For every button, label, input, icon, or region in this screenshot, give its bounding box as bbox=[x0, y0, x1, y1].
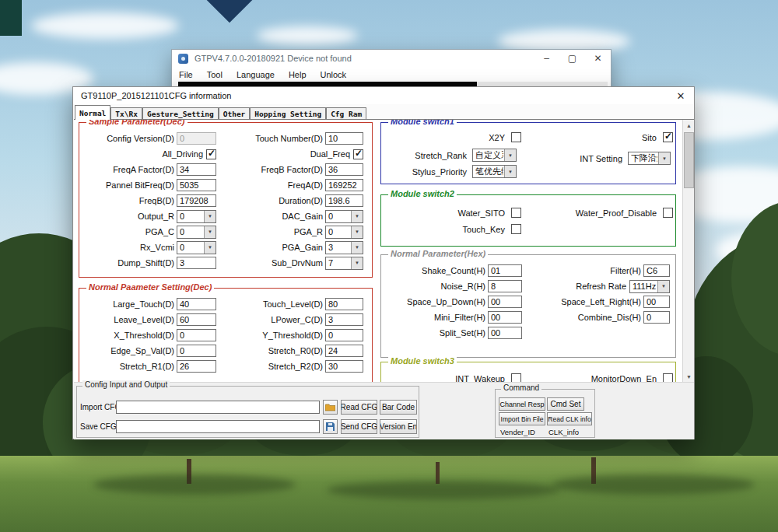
stylus-priority-combo[interactable]: 笔优先级高 bbox=[472, 165, 517, 178]
group-title: Sample Parameter(Dec) bbox=[86, 119, 187, 126]
maximize-button[interactable]: ▢ bbox=[559, 50, 585, 67]
bar-code-button[interactable]: Bar Code bbox=[380, 400, 417, 415]
menu-unlock[interactable]: Unlock bbox=[314, 68, 354, 81]
scrollbar-thumb[interactable] bbox=[684, 132, 694, 188]
save-cfg-icon-button[interactable] bbox=[323, 419, 338, 434]
int-wakeup-checkbox[interactable] bbox=[511, 373, 521, 382]
refresh-rate-combo[interactable]: 111Hz bbox=[629, 280, 670, 293]
scroll-up-arrow-icon[interactable] bbox=[683, 120, 694, 131]
dac-gain-combo[interactable]: 0 bbox=[325, 210, 363, 223]
menu-file[interactable]: File bbox=[172, 68, 200, 81]
lpower-c-input[interactable] bbox=[325, 313, 363, 326]
shake-count-input[interactable] bbox=[488, 264, 522, 277]
photo-corner-graphic bbox=[0, 0, 22, 36]
menu-help[interactable]: Help bbox=[282, 68, 314, 81]
dropdown-arrow-icon[interactable] bbox=[351, 257, 363, 269]
dropdown-arrow-icon[interactable] bbox=[351, 226, 363, 238]
dropdown-arrow-icon[interactable] bbox=[504, 149, 516, 161]
send-cfg-button[interactable]: Send CFG bbox=[341, 419, 377, 434]
combine-dis-input[interactable] bbox=[643, 311, 670, 324]
dual-freq-checkbox[interactable] bbox=[353, 149, 363, 159]
group-module-switch3: Module switch3 INT_Wakeup MonitorDown_En bbox=[380, 362, 676, 382]
channel-resp-button[interactable]: Channel Resp bbox=[499, 397, 545, 411]
water-proof-disable-checkbox[interactable] bbox=[663, 208, 673, 218]
close-button[interactable]: ✕ bbox=[585, 50, 611, 67]
filter-input[interactable] bbox=[643, 264, 670, 277]
import-cfg-input[interactable] bbox=[116, 401, 320, 414]
pga-c-combo[interactable]: 0 bbox=[177, 226, 216, 239]
leave-level-input[interactable] bbox=[177, 313, 216, 326]
menu-language[interactable]: Language bbox=[230, 68, 282, 81]
touch-key-checkbox[interactable] bbox=[511, 224, 521, 234]
x-threshold-input[interactable] bbox=[177, 329, 216, 341]
dialog-bottom-panel: Config Input and Output Import CFG Read … bbox=[74, 382, 694, 439]
field-label: Split_Set(H) bbox=[440, 328, 488, 338]
sito-checkbox[interactable] bbox=[663, 132, 673, 142]
space-up-down-input[interactable] bbox=[488, 296, 522, 308]
int-setting-combo[interactable]: 下降沿触发 bbox=[628, 152, 671, 165]
combo-value: 0 bbox=[180, 212, 184, 221]
import-bin-file-button[interactable]: Import Bin File bbox=[499, 412, 545, 425]
dropdown-arrow-icon[interactable] bbox=[351, 242, 363, 254]
split-set-input[interactable] bbox=[488, 327, 522, 339]
dropdown-arrow-icon[interactable] bbox=[204, 242, 216, 254]
field-label: DAC_Gain bbox=[282, 212, 325, 221]
freqb-factor-input[interactable] bbox=[325, 163, 363, 176]
large-touch-input[interactable] bbox=[177, 298, 216, 310]
config-version-input[interactable] bbox=[177, 132, 216, 145]
freqa-input[interactable] bbox=[325, 179, 363, 191]
y-threshold-input[interactable] bbox=[325, 329, 363, 341]
stretch-rank-combo[interactable]: 自定义系数 bbox=[472, 149, 517, 162]
field-label: PGA_R bbox=[294, 227, 325, 236]
all-driving-checkbox[interactable] bbox=[206, 149, 216, 159]
noise-r-input[interactable] bbox=[488, 280, 522, 292]
x2y-checkbox[interactable] bbox=[511, 132, 521, 142]
version-en-button[interactable]: Version En bbox=[380, 419, 417, 434]
dropdown-arrow-icon[interactable] bbox=[351, 211, 363, 222]
save-icon bbox=[326, 422, 335, 431]
dropdown-arrow-icon[interactable] bbox=[657, 281, 669, 292]
rx-vcmi-combo[interactable]: 0 bbox=[177, 241, 216, 254]
space-left-right-input[interactable] bbox=[643, 296, 670, 308]
read-clk-info-button[interactable]: Read CLK info bbox=[547, 412, 592, 425]
touch-level-input[interactable] bbox=[325, 298, 363, 310]
scroll-down-arrow-icon[interactable] bbox=[683, 371, 694, 382]
minimize-button[interactable]: – bbox=[534, 50, 559, 67]
tab-normal[interactable]: Normal bbox=[75, 105, 110, 120]
tab-cfg-ram[interactable]: Cfg Ram bbox=[326, 107, 366, 120]
menu-tool[interactable]: Tool bbox=[200, 68, 230, 81]
browse-folder-button[interactable] bbox=[323, 400, 338, 415]
stretch-r1-input[interactable] bbox=[177, 360, 216, 373]
tab-txrx[interactable]: Tx\Rx bbox=[110, 107, 142, 120]
edge-sp-val-input[interactable] bbox=[177, 345, 216, 357]
tab-gesture-setting[interactable]: Gesture_Setting bbox=[142, 107, 219, 120]
cmd-set-button[interactable]: Cmd Set bbox=[547, 397, 584, 411]
read-cfg-button[interactable]: Read CFG bbox=[341, 400, 377, 415]
monitordown-en-checkbox[interactable] bbox=[663, 373, 673, 382]
tab-hopping-setting[interactable]: Hopping Setting bbox=[250, 107, 326, 120]
pannel-bitfreq-input[interactable] bbox=[177, 179, 216, 191]
app-menu-bar: File Tool Language Help Unlock bbox=[172, 67, 611, 82]
dropdown-arrow-icon[interactable] bbox=[504, 166, 516, 177]
field-label: Touch_Level(D) bbox=[263, 299, 325, 309]
output-r-combo[interactable]: 0 bbox=[177, 210, 216, 223]
vertical-scrollbar[interactable] bbox=[682, 120, 694, 382]
stretch-r0-input[interactable] bbox=[325, 345, 363, 357]
freqb-input[interactable] bbox=[177, 194, 216, 207]
freqa-factor-input[interactable] bbox=[177, 163, 216, 176]
dump-shift-input[interactable] bbox=[177, 257, 216, 269]
dropdown-arrow-icon[interactable] bbox=[204, 226, 216, 238]
touch-number-input[interactable] bbox=[325, 132, 363, 145]
dropdown-arrow-icon[interactable] bbox=[204, 211, 216, 222]
save-cfg-input[interactable] bbox=[116, 420, 320, 433]
mini-filter-input[interactable] bbox=[488, 311, 522, 324]
duration-input[interactable] bbox=[325, 194, 363, 207]
pga-r-combo[interactable]: 0 bbox=[325, 226, 363, 239]
dialog-close-button[interactable]: ✕ bbox=[668, 87, 694, 104]
stretch-r2-input[interactable] bbox=[325, 360, 363, 373]
sito-row: Sito bbox=[537, 132, 673, 142]
dropdown-arrow-icon[interactable] bbox=[658, 152, 670, 164]
tab-other[interactable]: Other bbox=[219, 107, 251, 120]
sub-drvnum-combo[interactable]: 7 bbox=[325, 257, 363, 270]
pga-gain-combo[interactable]: 3 bbox=[325, 241, 363, 254]
